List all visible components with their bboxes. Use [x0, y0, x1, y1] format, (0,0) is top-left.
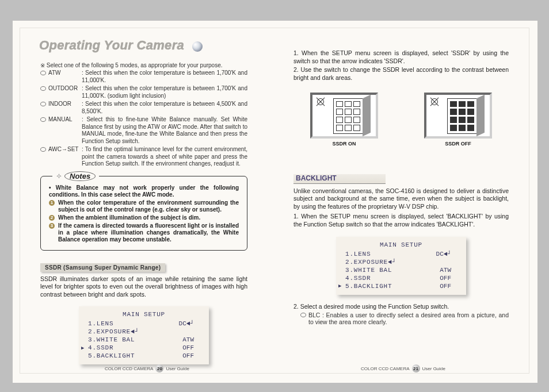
backlight-heading: BACKLIGHT — [293, 174, 386, 184]
mode-label-text: MANUAL — [48, 116, 73, 122]
ssdr-off-image — [424, 93, 492, 139]
note-item-3: 3 If the camera is directed towards a fl… — [49, 222, 239, 243]
menu-item-name: 1.LENS — [88, 320, 113, 327]
mode-bullet-icon — [40, 147, 46, 152]
menu-item-value: DC◄┘ — [179, 320, 194, 327]
notes-lead: • White Balance may not work properly un… — [49, 185, 239, 198]
mode-outdoor: OUTDOOR Select this when the color tempe… — [40, 85, 247, 99]
circled-number-icon: 3 — [49, 223, 55, 229]
sun-icon — [317, 98, 324, 105]
notes-tab: ✧ Notes — [52, 171, 99, 181]
backlight-step-2: 2. Select a desired mode using the Funct… — [293, 303, 509, 311]
menu-row-ssdr: 4.SSDROFF — [336, 274, 466, 282]
mode-desc-text: Select this when the color temperature i… — [82, 85, 247, 99]
mode-label-text: AWC→SET — [48, 146, 78, 152]
menu-item-value: OFF — [182, 352, 194, 359]
menu-item-value: ATW — [440, 267, 451, 274]
mode-bullet-icon — [40, 86, 46, 91]
ssdr-on-item: SSDR ON — [310, 93, 378, 147]
mode-label-text: INDOOR — [48, 101, 71, 107]
page-number: 21 — [412, 364, 420, 372]
mode-manual: MANUAL Select this to fine-tune White Ba… — [40, 116, 247, 145]
footer-label: User Guide — [166, 366, 189, 371]
note-text: If the camera is directed towards a fluo… — [58, 222, 239, 243]
menu-item-name: 2.EXPOSURE◄┘ — [88, 328, 139, 335]
menu-row-lens: 1.LENSDC◄┘ — [336, 250, 466, 258]
note-item-2: 2 When the ambient illumination of the s… — [49, 214, 239, 221]
ssdr-comparison: SSDR ON SSDR OFF — [293, 93, 509, 147]
ssdr-step-1: 1. When the SETUP menu screen is display… — [293, 49, 509, 65]
mode-label-text: OUTDOOR — [48, 85, 78, 91]
ssdr-off-item: SSDR OFF — [424, 93, 492, 147]
left-page: Operating Your Camera ※ Select one of th… — [13, 21, 275, 383]
menu-item-value: OFF — [440, 275, 451, 282]
circled-number-icon: 2 — [49, 215, 55, 221]
ssdr-section-label: SSDR (Samsung Super Dynamic Range) — [40, 263, 165, 272]
mode-bullet-icon — [40, 71, 46, 75]
notes-box: ✧ Notes • White Balance may not work pro… — [40, 176, 247, 251]
building-icon — [447, 98, 477, 134]
footer-label: User Guide — [422, 366, 445, 371]
mode-bullet-icon — [300, 313, 306, 317]
menu-row-exposure: 2.EXPOSURE◄┘ — [79, 328, 209, 336]
menu-title: MAIN SETUP — [336, 241, 466, 250]
mode-desc-text: To find the optimal luminance level for … — [82, 146, 247, 168]
mode-bullet-icon — [40, 117, 46, 122]
backlight-paragraph: Unlike conventional cameras, the SOC-416… — [293, 187, 509, 211]
right-page: 1. When the SETUP menu screen is display… — [275, 21, 537, 383]
menu-item-value: OFF — [440, 283, 451, 290]
mode-desc-text: Select this when the color temperature i… — [82, 70, 247, 84]
sphere-icon — [192, 41, 203, 52]
mode-desc-text: Select this to fine-tune White Balance m… — [82, 116, 247, 145]
blc-text: BLC : Enables a user to directly select … — [308, 312, 509, 325]
menu-item-name: 3.WHITE BAL — [345, 267, 392, 274]
footer-right: COLOR CCD CAMERA 21 User Guide — [361, 364, 445, 372]
mode-desc-text: Select this when the color temperature i… — [82, 101, 247, 115]
mode-label-text: ATW — [48, 70, 60, 76]
mode-atw: ATW Select this when the color temperatu… — [40, 70, 247, 84]
menu-row-backlight: 5.BACKLIGHTOFF — [79, 352, 209, 360]
page-number: 20 — [155, 364, 163, 372]
footer-left: COLOR CCD CAMERA 20 User Guide — [105, 364, 189, 372]
menu-row-whitebal: 3.WHITE BALATW — [336, 266, 466, 274]
menu-row-backlight: 5.BACKLIGHTOFF — [336, 282, 466, 290]
menu-item-name: 5.BACKLIGHT — [88, 352, 135, 359]
menu-row-whitebal: 3.WHITE BALATW — [79, 336, 209, 344]
note-text: When the color temperature of the enviro… — [58, 199, 239, 213]
note-text: When the ambient illumination of the sub… — [58, 214, 239, 221]
menu-item-value: DC◄┘ — [436, 251, 451, 258]
title-row: Operating Your Camera — [39, 38, 247, 53]
page-title: Operating Your Camera — [39, 38, 184, 53]
menu-row-ssdr: 4.SSDROFF — [79, 344, 209, 352]
menu-row-exposure: 2.EXPOSURE◄┘ — [336, 258, 466, 266]
ssdr-step-2: 2. Use the switch to change the SSDR lev… — [293, 66, 509, 82]
backlight-step-1: 1. When the SETUP menu screen is display… — [293, 213, 509, 228]
mode-bullet-icon — [40, 102, 46, 106]
menu-item-name: 4.SSDR — [345, 275, 371, 282]
footer-product: COLOR CCD CAMERA — [105, 366, 153, 371]
menu-item-name: 3.WHITE BAL — [88, 336, 135, 343]
menu-item-name: 5.BACKLIGHT — [345, 283, 392, 290]
mode-indoor: INDOOR Select this when the color temper… — [40, 101, 247, 115]
mode-awc-set: AWC→SET To find the optimal luminance le… — [40, 146, 247, 168]
ssdr-off-caption: SSDR OFF — [424, 141, 492, 147]
blc-mode: BLC : Enables a user to directly select … — [300, 312, 509, 325]
menu-item-name: 2.EXPOSURE◄┘ — [345, 259, 396, 266]
footer-product: COLOR CCD CAMERA — [361, 366, 409, 371]
circled-number-icon: 1 — [49, 200, 55, 206]
menu-item-name: 1.LENS — [345, 251, 371, 258]
ssdr-on-caption: SSDR ON — [310, 141, 378, 147]
sun-icon — [431, 98, 438, 105]
menu-item-name: 4.SSDR — [88, 344, 113, 351]
document-spread: Operating Your Camera ※ Select one of th… — [13, 21, 537, 383]
main-setup-menu-right: MAIN SETUP 1.LENSDC◄┘ 2.EXPOSURE◄┘ 3.WHI… — [336, 237, 466, 295]
menu-row-lens: 1.LENSDC◄┘ — [79, 320, 209, 328]
notes-heading: Notes — [64, 171, 96, 181]
main-setup-menu-left: MAIN SETUP 1.LENSDC◄┘ 2.EXPOSURE◄┘ 3.WHI… — [79, 306, 209, 364]
menu-title: MAIN SETUP — [79, 311, 209, 320]
menu-item-value: OFF — [182, 344, 194, 351]
menu-item-value: ATW — [182, 336, 194, 343]
ssdr-on-image — [310, 93, 378, 139]
note-item-1: 1 When the color temperature of the envi… — [49, 199, 239, 213]
ssdr-description: SSDR illuminates darker spots of an imag… — [40, 275, 247, 299]
